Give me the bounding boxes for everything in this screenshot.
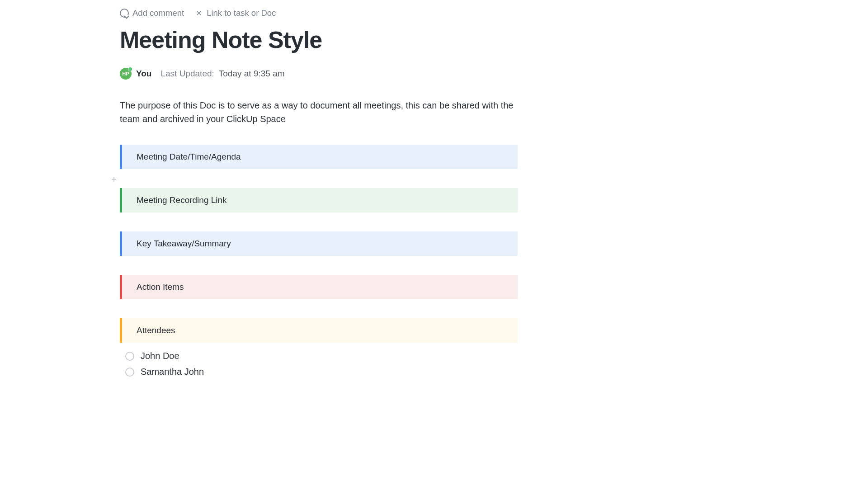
radio-icon[interactable] — [125, 368, 134, 377]
list-item[interactable]: Samantha John — [120, 364, 518, 380]
callout-summary[interactable]: Key Takeaway/Summary — [120, 231, 518, 256]
callout-recording[interactable]: Meeting Recording Link — [120, 188, 518, 212]
callout-wrapper-datetime: Meeting Date/Time/Agenda + — [120, 145, 542, 169]
avatar[interactable]: HP — [120, 68, 132, 80]
comment-icon — [120, 9, 129, 18]
add-comment-button[interactable]: Add comment — [120, 8, 184, 18]
link-icon — [195, 9, 203, 17]
attendee-name: Samantha John — [141, 367, 204, 377]
document-container: Add comment Link to task or Doc Meeting … — [0, 0, 542, 380]
meta-row: HP You Last Updated: Today at 9:35 am — [120, 68, 542, 80]
updated-time: Today at 9:35 am — [219, 69, 285, 79]
link-task-button[interactable]: Link to task or Doc — [195, 8, 276, 18]
callout-wrapper-summary: Key Takeaway/Summary — [120, 231, 542, 256]
attendees-section: Attendees John Doe Samantha John — [120, 318, 518, 380]
callout-wrapper-actions: Action Items — [120, 275, 542, 299]
callout-datetime-label: Meeting Date/Time/Agenda — [137, 152, 241, 161]
callout-recording-label: Meeting Recording Link — [137, 195, 227, 205]
callout-action-items[interactable]: Action Items — [120, 275, 518, 299]
callout-attendees-label: Attendees — [137, 325, 175, 335]
add-comment-label: Add comment — [132, 8, 184, 18]
top-actions-bar: Add comment Link to task or Doc — [120, 8, 542, 18]
list-item[interactable]: John Doe — [120, 348, 518, 364]
callout-datetime[interactable]: Meeting Date/Time/Agenda — [120, 145, 518, 169]
author-name: You — [136, 69, 151, 79]
add-block-button[interactable]: + — [110, 175, 118, 184]
content-area: Meeting Date/Time/Agenda + Meeting Recor… — [120, 145, 542, 380]
attendee-name: John Doe — [141, 351, 179, 361]
updated-label: Last Updated: — [160, 69, 214, 79]
callout-attendees[interactable]: Attendees — [120, 318, 518, 343]
description-text[interactable]: The purpose of this Doc is to serve as a… — [120, 99, 518, 126]
link-task-label: Link to task or Doc — [207, 8, 276, 18]
callout-wrapper-recording: Meeting Recording Link — [120, 188, 542, 212]
radio-icon[interactable] — [125, 352, 134, 361]
page-title[interactable]: Meeting Note Style — [120, 26, 542, 53]
callout-action-items-label: Action Items — [137, 282, 184, 292]
callout-summary-label: Key Takeaway/Summary — [137, 239, 231, 248]
